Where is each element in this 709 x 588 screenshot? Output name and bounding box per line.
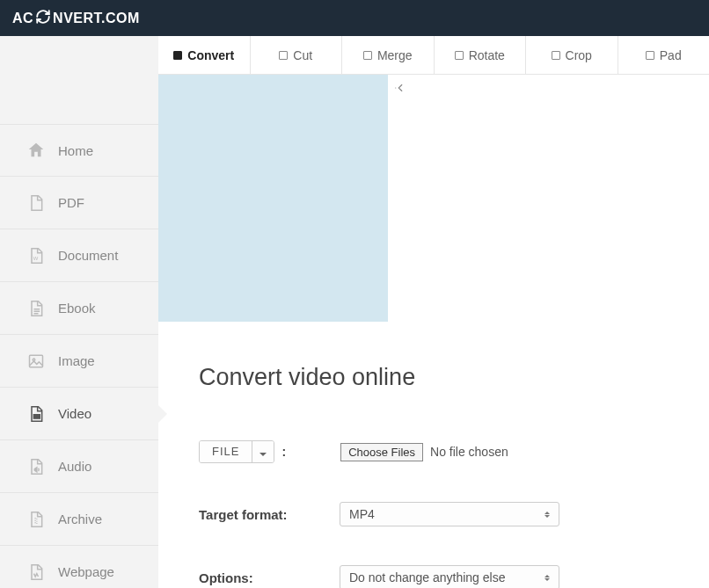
svg-rect-1 [30,355,43,367]
checkbox-filled-icon [173,51,182,60]
ad-placeholder [158,75,388,322]
tab-cut[interactable]: Cut [251,36,343,74]
refresh-icon [33,9,53,28]
sidebar: Home PDF W Document Ebook Image [0,36,158,588]
file-row: FILE : Choose Files No file chosen [199,440,669,463]
tab-pad[interactable]: Pad [618,36,710,74]
ad-region [158,75,709,322]
sidebar-item-label: Audio [58,459,91,474]
target-format-value: MP4 [349,507,375,521]
image-icon [26,352,46,371]
checkbox-empty-icon [455,51,464,60]
options-row: Options: Do not change anything else [199,565,669,588]
file-source-dropdown[interactable] [252,441,274,462]
sidebar-item-label: Archive [58,512,102,526]
document-icon: W [26,246,46,265]
checkbox-empty-icon [646,51,654,60]
tab-label: Rotate [469,48,505,62]
sidebar-item-label: Video [58,406,91,421]
sidebar-item-video[interactable]: Video [0,388,158,440]
tab-label: Merge [377,48,413,62]
file-source-button-group[interactable]: FILE [199,440,274,463]
tab-bar: Convert Cut Merge Rotate Crop Pad [158,36,709,75]
tab-label: Crop [566,48,592,62]
tab-crop[interactable]: Crop [526,36,618,74]
target-format-row: Target format: MP4 [199,502,669,526]
sidebar-item-audio[interactable]: Audio [0,440,158,493]
video-icon [26,404,46,424]
choose-files-button[interactable]: Choose Files [340,443,423,461]
sidebar-item-label: Ebook [58,301,96,316]
archive-icon [26,510,46,529]
close-ad-arrow[interactable] [388,75,413,322]
tab-label: Convert [187,48,234,62]
top-header: AC NVERT.COM [0,0,709,36]
brand-logo[interactable]: AC NVERT.COM [12,9,140,28]
checkbox-empty-icon [552,51,560,60]
tab-convert[interactable]: Convert [158,36,251,74]
sidebar-item-image[interactable]: Image [0,335,158,388]
tab-label: Cut [293,48,312,62]
no-file-chosen-text: No file chosen [430,445,508,459]
page-title: Convert video online [199,364,669,391]
checkbox-empty-icon [279,51,288,60]
content-area: Convert video online FILE : Choose Files… [158,322,709,588]
select-sort-icon [545,575,550,581]
colon: : [281,445,286,459]
tab-rotate[interactable]: Rotate [435,36,527,74]
chevron-down-icon [259,453,267,456]
sidebar-item-label: PDF [58,195,84,210]
checkbox-empty-icon [363,51,372,60]
audio-icon [26,457,46,476]
options-value: Do not change anything else [349,570,505,584]
sidebar-item-label: Document [58,248,118,263]
pdf-icon [26,193,46,213]
svg-rect-3 [33,414,40,419]
webpage-icon [26,563,46,582]
options-select[interactable]: Do not change anything else [340,565,559,588]
ebook-icon [26,299,46,318]
brand-suffix: NVERT.COM [53,11,140,26]
sidebar-item-ebook[interactable]: Ebook [0,282,158,335]
home-icon [26,141,46,160]
sidebar-item-pdf[interactable]: PDF [0,177,158,229]
select-sort-icon [545,512,550,518]
target-format-select[interactable]: MP4 [340,502,559,526]
main-panel: Convert Cut Merge Rotate Crop Pad [158,36,709,588]
options-label: Options: [199,570,340,585]
tab-label: Pad [660,48,682,62]
target-format-label: Target format: [199,507,340,522]
sidebar-item-home[interactable]: Home [0,124,158,177]
tab-merge[interactable]: Merge [342,36,435,74]
sidebar-item-label: Image [58,353,95,368]
file-source-button[interactable]: FILE [200,441,252,462]
sidebar-item-label: Webpage [58,564,114,579]
sidebar-item-webpage[interactable]: Webpage [0,546,158,588]
sidebar-item-label: Home [58,143,93,158]
svg-text:W: W [33,256,39,261]
sidebar-item-document[interactable]: W Document [0,229,158,282]
sidebar-item-archive[interactable]: Archive [0,493,158,546]
brand-prefix: AC [12,11,33,26]
